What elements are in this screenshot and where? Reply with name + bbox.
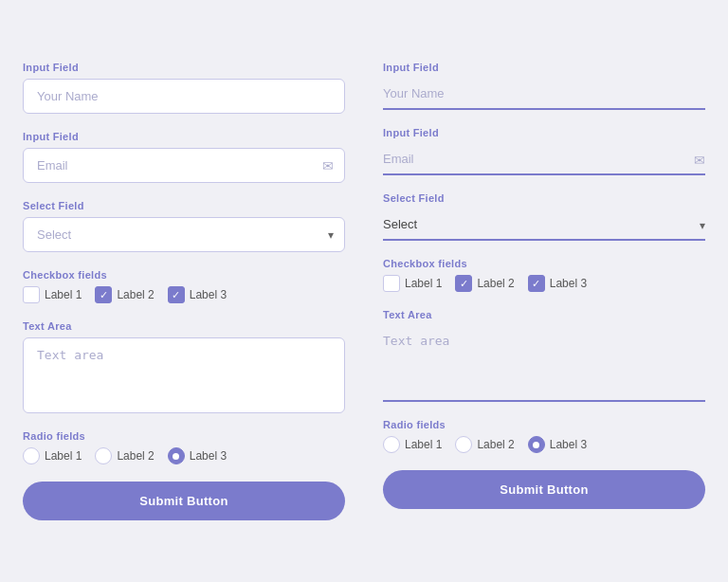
checkbox-label: Checkbox fields	[383, 258, 705, 269]
radio-row: Label 1 Label 2 Label 3	[383, 436, 705, 453]
radio-label: Radio fields	[23, 430, 345, 442]
checkbox-row: Label 1 Label 2 Label 3	[23, 286, 345, 303]
select-field-group: Select Field Select Option 1 Option 2 Op…	[23, 200, 345, 252]
radio-label-2: Label 2	[477, 438, 514, 451]
checkbox-item-1[interactable]: Label 1	[383, 275, 442, 292]
checkbox-box-1[interactable]	[383, 275, 400, 292]
select-label: Select Field	[383, 192, 705, 204]
radio-item-3[interactable]: Label 3	[528, 436, 587, 453]
textarea-label: Text Area	[23, 320, 345, 332]
email-field-group: Input Field ✉	[383, 127, 705, 175]
checkbox-item-2[interactable]: Label 2	[455, 275, 514, 292]
checkbox-label-1: Label 1	[405, 277, 442, 290]
checkbox-field-group: Checkbox fields Label 1 Label 2 Labe	[383, 258, 705, 292]
checkbox-label-2: Label 2	[117, 288, 154, 301]
checkbox-item-3[interactable]: Label 3	[168, 286, 227, 303]
checkbox-label: Checkbox fields	[23, 269, 345, 281]
name-input-wrapper	[23, 79, 345, 114]
radio-label-2: Label 2	[117, 449, 154, 463]
name-input-wrapper	[383, 79, 705, 110]
radio-field-group: Radio fields Label 1 Label 2 Label 3	[23, 430, 345, 464]
select-field-group: Select Field Select Option 1 Option 2 Op…	[383, 192, 705, 241]
checkbox-item-2[interactable]: Label 2	[95, 286, 154, 303]
checkbox-label-3: Label 3	[550, 277, 587, 290]
submit-button[interactable]: Submit Button	[383, 470, 705, 509]
checkbox-item-1[interactable]: Label 1	[23, 286, 82, 303]
select-wrapper: Select Option 1 Option 2 Option 3 ▾	[383, 209, 705, 241]
checkbox-label-2: Label 2	[477, 277, 514, 290]
select-wrapper: Select Option 1 Option 2 Option 3 ▾	[23, 217, 345, 252]
radio-item-2[interactable]: Label 2	[455, 436, 514, 453]
select-label: Select Field	[23, 200, 345, 211]
checkbox-box-2[interactable]	[455, 275, 472, 292]
radio-circle-3[interactable]	[528, 436, 545, 453]
email-label: Input Field	[383, 127, 705, 138]
page-container: Input Field Input Field ✉ Select Field S…	[23, 62, 705, 520]
radio-label: Radio fields	[383, 419, 705, 430]
checkbox-box-1[interactable]	[23, 286, 40, 303]
select-input[interactable]: Select Option 1 Option 2 Option 3	[23, 217, 345, 252]
email-field-group: Input Field ✉	[23, 131, 345, 183]
email-input[interactable]	[383, 144, 705, 175]
checkbox-item-3[interactable]: Label 3	[528, 275, 587, 292]
name-input[interactable]	[383, 79, 705, 110]
name-field-group: Input Field	[23, 62, 345, 114]
radio-field-group: Radio fields Label 1 Label 2 Label 3	[383, 419, 705, 453]
radio-circle-1[interactable]	[383, 436, 400, 453]
textarea-input[interactable]	[23, 337, 345, 413]
name-label: Input Field	[383, 62, 705, 73]
checkbox-label-3: Label 3	[190, 288, 227, 301]
name-label: Input Field	[23, 62, 345, 73]
radio-item-3[interactable]: Label 3	[168, 447, 227, 464]
radio-item-1[interactable]: Label 1	[23, 447, 82, 464]
radio-label-1: Label 1	[45, 449, 82, 463]
radio-item-2[interactable]: Label 2	[95, 447, 154, 464]
checkbox-box-3[interactable]	[528, 275, 545, 292]
radio-row: Label 1 Label 2 Label 3	[23, 447, 345, 464]
checkbox-box-2[interactable]	[95, 286, 112, 303]
radio-label-3: Label 3	[550, 438, 587, 451]
email-input[interactable]	[23, 148, 345, 183]
radio-circle-3[interactable]	[168, 447, 185, 464]
radio-circle-2[interactable]	[455, 436, 472, 453]
textarea-input[interactable]	[383, 326, 705, 402]
radio-label-3: Label 3	[190, 449, 227, 463]
checkbox-row: Label 1 Label 2 Label 3	[383, 275, 705, 292]
name-field-group: Input Field	[383, 62, 705, 110]
radio-circle-2[interactable]	[95, 447, 112, 464]
email-label: Input Field	[23, 131, 345, 142]
select-input[interactable]: Select Option 1 Option 2 Option 3	[383, 209, 705, 241]
checkbox-field-group: Checkbox fields Label 1 Label 2 Labe	[23, 269, 345, 303]
submit-button[interactable]: Submit Button	[23, 482, 345, 520]
email-input-wrapper: ✉	[23, 148, 345, 183]
email-input-wrapper: ✉	[383, 144, 705, 175]
checkbox-box-3[interactable]	[168, 286, 185, 303]
form-panel-underlined: Input Field Input Field ✉ Select Field S…	[383, 62, 705, 509]
radio-item-1[interactable]: Label 1	[383, 436, 442, 453]
radio-label-1: Label 1	[405, 438, 442, 451]
textarea-field-group: Text Area	[383, 309, 705, 402]
form-panel-outlined: Input Field Input Field ✉ Select Field S…	[23, 62, 345, 520]
textarea-field-group: Text Area	[23, 320, 345, 413]
checkbox-label-1: Label 1	[45, 288, 82, 301]
radio-circle-1[interactable]	[23, 447, 40, 464]
name-input[interactable]	[23, 79, 345, 114]
textarea-label: Text Area	[383, 309, 705, 320]
